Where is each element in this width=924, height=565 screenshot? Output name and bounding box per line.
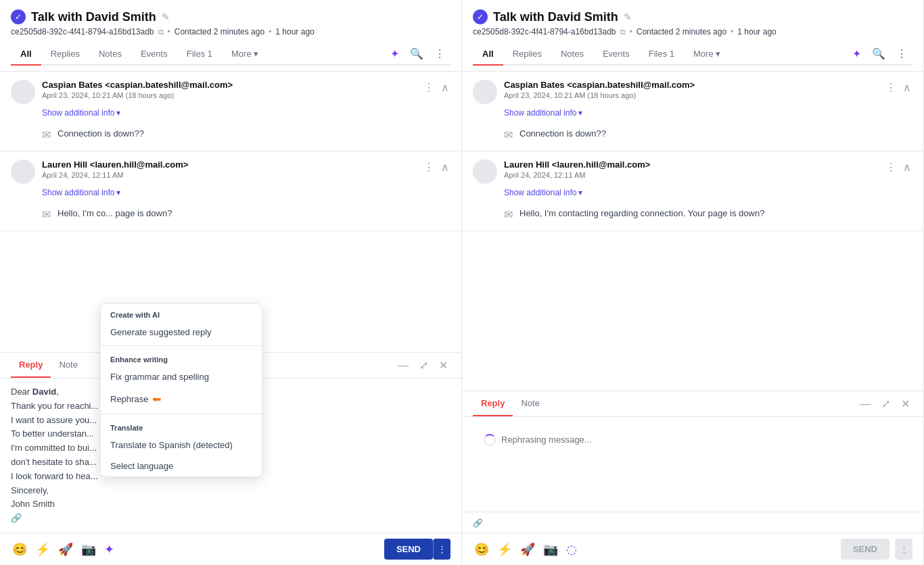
right-tab-notes[interactable]: Notes [551,43,593,66]
title-row: ✓ Talk with David Smith ✎ [11,9,451,24]
reply-tab-actions: — ⤢ ✕ [395,356,451,374]
tab-all[interactable]: All [11,43,41,66]
right-message-body-1: ✉ Connection is down?? [462,123,923,151]
video-btn[interactable]: 📷 [80,541,97,558]
ai-divider-1 [101,345,262,346]
show-info-link-2[interactable]: Show additional info ▾ [0,188,461,203]
right-tab-files[interactable]: Files 1 [639,43,684,66]
right-tab-replies[interactable]: Replies [503,43,551,66]
rephrasing-indicator: Rephrasing message... [473,424,913,457]
email-icon-1: ✉ [42,128,51,141]
minimize-btn[interactable]: — [395,356,411,374]
right-reply-tab-note[interactable]: Note [513,391,547,416]
message-actions-1: ⋮ ∧ [422,80,451,95]
right-message-card-2: Lauren Hill <lauren.hill@mail.com> April… [462,151,923,231]
right-expand-btn[interactable]: ⤢ [879,395,893,413]
right-message-more-btn-2[interactable]: ⋮ [884,159,898,175]
right-video-btn[interactable]: 📷 [542,541,559,558]
create-section-title: Create with AI [101,304,262,322]
right-edit-icon[interactable]: ✎ [624,11,632,22]
ai-btn[interactable]: ✦ [103,541,116,558]
reply-tab-reply[interactable]: Reply [11,353,51,378]
edit-icon[interactable]: ✎ [162,11,170,22]
tab-notes[interactable]: Notes [89,43,131,66]
fix-grammar-label: Fix grammar and spelling [110,372,209,382]
generate-reply-item[interactable]: Generate suggested reply [101,322,262,343]
close-btn[interactable]: ✕ [436,356,451,374]
right-copy-icon[interactable]: ⧉ [620,28,626,36]
tab-events[interactable]: Events [131,43,177,66]
right-tab-more[interactable]: More ▾ [684,43,730,66]
select-language-label: Select language [110,461,173,471]
right-panel-title: Talk with David Smith [493,10,618,24]
right-message-collapse-btn-2[interactable]: ∧ [902,159,913,175]
right-meta-id: ce2505d8-392c-4f41-8794-a16bd13adb [473,27,616,36]
reply-tab-note[interactable]: Note [51,353,85,378]
more-options-button[interactable]: ⋮ [432,45,448,63]
right-pin-button[interactable]: ✦ [850,45,864,63]
panel-tabs: All Replies Notes Events Files 1 More ▾ … [11,43,451,66]
meta-contacted: Contacted 2 minutes ago [175,27,264,36]
right-minimize-btn[interactable]: — [857,395,873,413]
right-panel-tabs: All Replies Notes Events Files 1 More ▾ … [473,43,913,66]
tab-replies[interactable]: Replies [41,43,89,66]
select-language-item[interactable]: Select language [101,456,262,476]
right-show-info-link-1[interactable]: Show additional info ▾ [462,108,923,123]
rephrase-arrow-icon: ⬅ [152,393,161,406]
right-lightning-btn[interactable]: ⚡ [496,541,513,558]
right-reply-content[interactable]: Rephrasing message... [462,417,923,512]
rephrase-item[interactable]: Rephrase ⬅ [101,387,262,411]
send-button[interactable]: SEND [384,539,433,560]
right-more-options-button[interactable]: ⋮ [894,45,910,63]
email-icon-2: ✉ [42,208,51,221]
right-tab-all[interactable]: All [473,43,503,66]
lightning-btn[interactable]: ⚡ [34,541,51,558]
pin-button[interactable]: ✦ [388,45,402,63]
right-panel-header: ✓ Talk with David Smith ✎ ce2505d8-392c-… [462,0,923,72]
translate-spanish-item[interactable]: Translate to Spanish (detected) [101,435,262,456]
show-info-link-1[interactable]: Show additional info ▾ [0,108,461,123]
right-send-button: SEND [841,539,890,560]
message-body-1: ✉ Connection is down?? [0,123,461,151]
right-send-more-button: ⋮ [895,539,913,560]
right-search-button[interactable]: 🔍 [869,45,888,63]
right-message-collapse-btn-1[interactable]: ∧ [902,80,913,95]
right-message-text-1: Connection is down?? [519,127,606,141]
right-close-btn[interactable]: ✕ [898,395,913,413]
right-rocket-btn[interactable]: 🚀 [519,541,536,558]
send-group: SEND ⋮ [384,539,451,560]
search-button[interactable]: 🔍 [407,45,426,63]
right-sender-date-1: April 23, 2024, 10:21 AM (18 hours ago) [504,91,877,99]
message-card-1: Caspian Bates <caspian.bateshill@mail.co… [0,72,461,151]
right-meta-contacted: Contacted 2 minutes ago [637,27,726,36]
sender-name-1: Caspian Bates <caspian.bateshill@mail.co… [42,80,415,90]
right-spinner-btn[interactable]: ◌ [565,541,578,558]
send-more-button[interactable]: ⋮ [433,539,451,560]
fix-grammar-item[interactable]: Fix grammar and spelling [101,366,262,387]
right-avatar-2 [473,159,497,184]
enhance-section-title: Enhance writing [101,349,262,366]
rocket-btn[interactable]: 🚀 [57,541,74,558]
right-sender-info-2: Lauren Hill <lauren.hill@mail.com> April… [504,159,877,179]
right-emoji-btn[interactable]: 😊 [473,541,490,558]
right-reply-area: Reply Note — ⤢ ✕ Rephrasing message... 🔗… [462,391,923,565]
right-reply-tab-reply[interactable]: Reply [473,391,513,416]
right-title-icon: ✓ [473,9,488,24]
copy-icon[interactable]: ⧉ [158,28,164,36]
meta-time: 1 hour ago [275,27,314,36]
emoji-btn[interactable]: 😊 [11,541,28,558]
tab-files[interactable]: Files 1 [177,43,222,66]
tab-more[interactable]: More ▾ [222,43,268,66]
message-collapse-btn-1[interactable]: ∧ [440,80,451,95]
right-message-more-btn-1[interactable]: ⋮ [884,80,898,95]
right-show-info-link-2[interactable]: Show additional info ▾ [462,188,923,203]
right-tab-events[interactable]: Events [593,43,639,66]
expand-btn[interactable]: ⤢ [417,356,431,374]
sender-name-2: Lauren Hill <lauren.hill@mail.com> [42,159,415,170]
reply-footer: 😊 ⚡ 🚀 📷 ✦ SEND ⋮ [0,533,461,565]
right-messages-area: Caspian Bates <caspian.bateshill@mail.co… [462,72,923,391]
message-collapse-btn-2[interactable]: ∧ [440,159,451,175]
message-more-btn-1[interactable]: ⋮ [422,80,436,95]
message-text-2: Hello, I'm co... page is down? [57,207,172,220]
message-more-btn-2[interactable]: ⋮ [422,159,436,175]
